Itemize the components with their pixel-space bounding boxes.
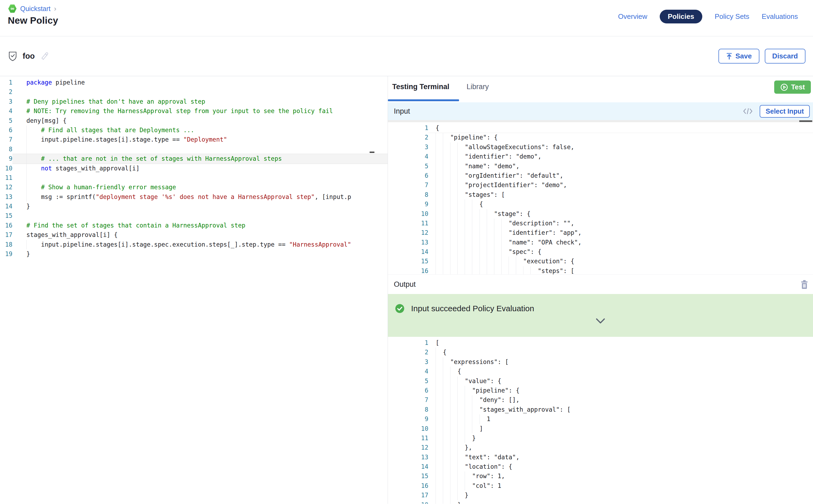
- indent-guide: [480, 414, 480, 424]
- indent-guide: [465, 228, 465, 237]
- indent-guide: [436, 367, 436, 376]
- indent-guide: [465, 414, 465, 424]
- indent-guide: [436, 405, 436, 414]
- code-line: 15 "row": 1,: [388, 471, 813, 481]
- indent-guide: [472, 238, 472, 247]
- indent-guide: [443, 266, 443, 274]
- indent-guide: [436, 453, 436, 462]
- indent-guide: [465, 238, 465, 247]
- code-line: 9 # ... that are not in the set of stage…: [0, 154, 387, 163]
- indent-guide: [472, 405, 472, 414]
- indent-guide: [436, 171, 436, 180]
- line-number: 14: [388, 462, 428, 471]
- code-line: 18 input.pipeline.stages[i].stage.spec.e…: [0, 240, 387, 249]
- line-number: 17: [388, 491, 428, 500]
- indent-guide: [450, 142, 451, 152]
- line-number: 15: [388, 471, 428, 481]
- check-circle-icon: [395, 304, 404, 313]
- line-number: 16: [388, 266, 428, 274]
- nav-tab-evaluations[interactable]: Evaluations: [762, 10, 798, 23]
- line-number: 14: [388, 247, 428, 257]
- scrollbar-thumb[interactable]: [799, 120, 812, 122]
- line-number: 6: [388, 386, 428, 395]
- indent-guide: [443, 228, 443, 237]
- line-number: 11: [388, 433, 428, 443]
- indent-guide: [501, 266, 502, 274]
- line-number: 19: [0, 249, 12, 259]
- indent-guide: [501, 247, 502, 257]
- indent-guide: [450, 395, 451, 405]
- indent-guide: [436, 500, 436, 504]
- code-brackets-icon[interactable]: [743, 107, 753, 115]
- indent-guide: [516, 266, 516, 274]
- code-line: 2 {: [388, 348, 813, 357]
- indent-guide: [443, 453, 443, 462]
- select-input-button[interactable]: Select Input: [760, 105, 810, 118]
- indent-guide: [443, 257, 443, 266]
- line-number: 18: [0, 240, 12, 249]
- indent-guide: [465, 433, 465, 443]
- terminal-tab-library[interactable]: Library: [467, 83, 489, 91]
- code-line: 15: [0, 211, 387, 221]
- code-line: 6 "pipeline": {: [388, 386, 813, 395]
- output-json-editor[interactable]: 1[2 {3 "expressions": [4 {5 "value": {6 …: [388, 337, 813, 504]
- indent-guide: [26, 192, 27, 202]
- indent-guide: [523, 266, 524, 274]
- indent-guide: [501, 219, 502, 228]
- nav-tab-policies[interactable]: Policies: [660, 10, 702, 23]
- save-button[interactable]: Save: [718, 49, 759, 64]
- code-line: 3# Deny pipelines that don't have an app…: [0, 97, 387, 106]
- code-line: 5deny[msg] {: [0, 116, 387, 125]
- code-line: 1[: [388, 338, 813, 348]
- indent-guide: [450, 405, 451, 414]
- code-line: 4 {: [388, 367, 813, 376]
- indent-guide: [487, 257, 487, 266]
- discard-button[interactable]: Discard: [765, 49, 805, 64]
- indent-guide: [436, 443, 436, 452]
- code-line: 11 "description": "",: [388, 219, 813, 228]
- code-line: 17stages_with_approval[i] {: [0, 230, 387, 240]
- edit-pencil-icon[interactable]: [40, 52, 49, 61]
- indent-guide: [436, 414, 436, 424]
- nav-tab-overview[interactable]: Overview: [618, 10, 647, 23]
- trash-icon[interactable]: [800, 280, 809, 289]
- indent-guide: [443, 491, 443, 500]
- indent-guide: [480, 257, 480, 266]
- terminal-tab-testing-terminal[interactable]: Testing Terminal: [392, 83, 449, 91]
- shield-check-icon: [8, 51, 17, 61]
- indent-guide: [436, 471, 436, 481]
- indent-guide: [472, 219, 472, 228]
- line-number: 9: [0, 154, 12, 163]
- line-number: 12: [388, 228, 428, 237]
- nav-tab-policy-sets[interactable]: Policy Sets: [715, 10, 749, 23]
- code-line: 11: [0, 173, 387, 183]
- indent-guide: [450, 367, 451, 376]
- input-json-editor[interactable]: 1{2 "pipeline": {3 "allowStageExecutions…: [388, 120, 813, 274]
- code-line: 15 "execution": {: [388, 257, 813, 266]
- breadcrumb-project-link[interactable]: Quickstart: [20, 5, 51, 13]
- indent-guide: [472, 395, 472, 405]
- output-label: Output: [394, 280, 416, 289]
- line-number: 7: [388, 395, 428, 405]
- indent-guide: [509, 266, 509, 274]
- policy-code-editor[interactable]: 1package pipeline23# Deny pipelines that…: [0, 76, 388, 504]
- code-line: 13 "text": "data",: [388, 453, 813, 462]
- indent-guide: [443, 424, 443, 433]
- code-line: 1package pipeline: [0, 78, 387, 87]
- chevron-down-icon[interactable]: [595, 318, 606, 324]
- page-header: ∞ Quickstart › New Policy OverviewPolici…: [0, 0, 813, 36]
- indent-guide: [450, 471, 451, 481]
- line-number: 4: [388, 152, 428, 161]
- upload-icon: [726, 53, 732, 60]
- indent-guide: [480, 219, 480, 228]
- horizontal-scrollbar[interactable]: [388, 120, 813, 122]
- code-line: 13 msg := sprintf("deployment stage '%s'…: [0, 192, 387, 202]
- test-button[interactable]: Test: [774, 81, 811, 94]
- indent-guide: [472, 257, 472, 266]
- indent-guide: [465, 199, 465, 209]
- line-number: 2: [388, 348, 428, 357]
- indent-guide: [436, 228, 436, 237]
- code-line: 10 ]: [388, 424, 813, 433]
- code-line: 8 "stages": [: [388, 190, 813, 199]
- code-line: 4 "identifier": "demo",: [388, 152, 813, 161]
